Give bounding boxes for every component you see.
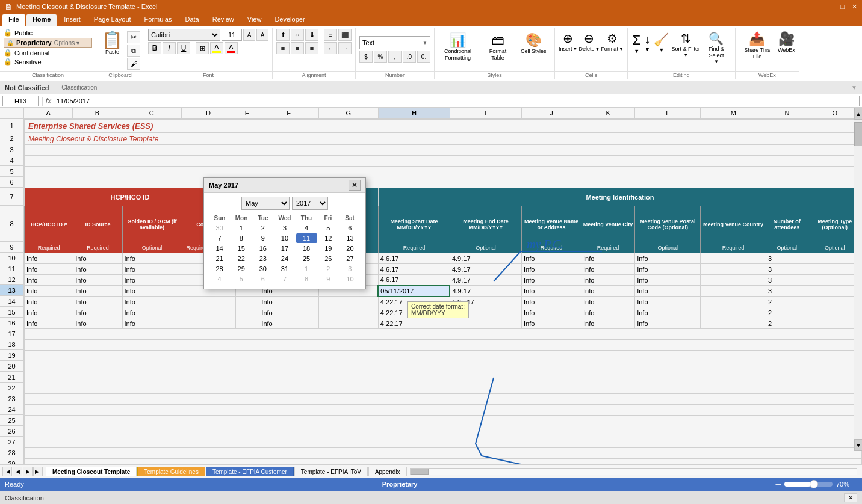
cal-day-25[interactable]: 25 xyxy=(296,254,317,263)
cal-day-12[interactable]: 12 xyxy=(318,233,339,243)
tab-view[interactable]: View xyxy=(241,14,268,26)
cal-day-26[interactable]: 26 xyxy=(318,254,339,263)
cal-day-5[interactable]: 5 xyxy=(318,223,339,233)
align-middle-btn[interactable]: ↔ xyxy=(291,29,304,41)
formula-input[interactable]: 11/05/2017 xyxy=(54,96,860,106)
classification-footer-close-btn[interactable]: ✕ xyxy=(844,493,857,502)
col-header-A[interactable]: A xyxy=(24,108,73,118)
cal-day-10[interactable]: 10 xyxy=(274,233,295,243)
cal-day-16[interactable]: 16 xyxy=(252,244,273,253)
cal-day-6-next[interactable]: 6 xyxy=(252,274,273,284)
sheet-nav-prev[interactable]: ◀ xyxy=(13,467,22,476)
calendar-month-select[interactable]: May xyxy=(241,197,290,210)
col-header-G[interactable]: G xyxy=(319,108,379,118)
row-header-25[interactable]: 25 xyxy=(0,415,23,426)
cal-day-29[interactable]: 29 xyxy=(231,264,252,274)
col-header-K[interactable]: K xyxy=(581,108,635,118)
row-header-10[interactable]: 10 xyxy=(0,253,23,263)
tab-review[interactable]: Review xyxy=(206,14,240,26)
vertical-scrollbar[interactable]: ▲ ▼ xyxy=(854,108,862,451)
tab-insert[interactable]: Insert xyxy=(58,14,87,26)
align-right-btn[interactable]: ≡ xyxy=(305,42,318,54)
row-header-28[interactable]: 28 xyxy=(0,447,23,458)
col-header-D[interactable]: D xyxy=(182,108,235,118)
sheet-tab-3[interactable]: Template - EFPIA Customer xyxy=(206,467,294,476)
cal-day-4[interactable]: 4 xyxy=(296,223,317,233)
cal-day-1[interactable]: 1 xyxy=(231,223,252,233)
cal-day-21[interactable]: 21 xyxy=(209,254,230,263)
row-header-29[interactable]: 29 xyxy=(0,458,23,464)
cal-day-8-next[interactable]: 8 xyxy=(296,274,317,284)
align-left-btn[interactable]: ≡ xyxy=(276,42,290,54)
sheet-tab-2[interactable]: Template Guidelines xyxy=(137,467,205,476)
cal-day-10-next[interactable]: 10 xyxy=(340,274,361,284)
tab-data[interactable]: Data xyxy=(179,14,205,26)
row-header-23[interactable]: 23 xyxy=(0,393,23,404)
tab-file[interactable]: File xyxy=(2,14,25,26)
name-box[interactable] xyxy=(2,96,39,106)
cal-day-15[interactable]: 15 xyxy=(231,244,252,253)
tab-developer[interactable]: Developer xyxy=(268,14,311,26)
accounting-btn[interactable]: $ xyxy=(359,51,373,63)
cal-day-30-prev[interactable]: 30 xyxy=(209,223,230,233)
row-header-6[interactable]: 6 xyxy=(0,177,23,188)
row-header-4[interactable]: 4 xyxy=(0,155,23,166)
row-header-3[interactable]: 3 xyxy=(0,144,23,155)
number-format-select[interactable]: Text ▼ xyxy=(359,36,430,49)
cal-day-22[interactable]: 22 xyxy=(231,254,252,263)
sort-filter-btn[interactable]: ⇅ Sort & Filter ▼ xyxy=(671,31,700,58)
row-header-21[interactable]: 21 xyxy=(0,372,23,383)
row-header-1[interactable]: 1 xyxy=(0,119,23,132)
row-header-16[interactable]: 16 xyxy=(0,318,23,328)
font-size-increase-btn[interactable]: A xyxy=(243,29,255,41)
tab-home[interactable]: Home xyxy=(26,14,57,26)
cal-day-20[interactable]: 20 xyxy=(340,244,361,253)
row-header-24[interactable]: 24 xyxy=(0,404,23,415)
cal-day-9-next[interactable]: 9 xyxy=(318,274,339,284)
cal-day-2[interactable]: 2 xyxy=(252,223,273,233)
row-header-20[interactable]: 20 xyxy=(0,361,23,372)
row-header-17[interactable]: 17 xyxy=(0,328,23,339)
cal-day-30[interactable]: 30 xyxy=(252,264,273,274)
insert-cells-btn[interactable]: ⊕ Insert▼ xyxy=(559,31,577,52)
sheet-tab-4[interactable]: Template - EFPIA iToV xyxy=(294,467,368,476)
sheet-nav-first[interactable]: |◀ xyxy=(2,467,12,476)
wrap-text-btn[interactable]: ≡ xyxy=(324,29,337,41)
format-painter-btn[interactable]: 🖌 xyxy=(127,58,140,70)
col-header-J[interactable]: J xyxy=(522,108,581,118)
cal-day-2-next[interactable]: 2 xyxy=(318,264,339,274)
underline-btn[interactable]: U xyxy=(177,42,190,54)
row-header-8[interactable]: 8 xyxy=(0,206,23,242)
comma-btn[interactable]: , xyxy=(388,51,402,63)
cal-day-3[interactable]: 3 xyxy=(274,223,295,233)
decimal-decrease-btn[interactable]: 0. xyxy=(417,51,430,63)
decimal-increase-btn[interactable]: .0 xyxy=(403,51,416,63)
cut-btn[interactable]: ✂ xyxy=(127,31,140,43)
indent-increase-btn[interactable]: → xyxy=(338,42,352,54)
cal-day-7[interactable]: 7 xyxy=(209,233,230,243)
align-center-btn[interactable]: ≡ xyxy=(291,42,304,54)
row-header-12[interactable]: 12 xyxy=(0,274,23,285)
cal-day-3-next[interactable]: 3 xyxy=(340,264,361,274)
cal-day-28[interactable]: 28 xyxy=(209,264,230,274)
cal-day-4-next[interactable]: 4 xyxy=(209,274,230,284)
public-btn[interactable]: 🔓 Public xyxy=(4,29,92,37)
calendar-close-btn[interactable]: ✕ xyxy=(349,180,361,191)
border-btn[interactable]: ⊞ xyxy=(196,42,209,54)
paste-btn[interactable]: 📋 Paste xyxy=(99,29,126,70)
col-header-M[interactable]: M xyxy=(701,108,766,118)
format-cells-btn[interactable]: ⚙ Format▼ xyxy=(601,31,623,52)
col-header-L[interactable]: L xyxy=(635,108,701,118)
sheet-tab-5[interactable]: Appendix xyxy=(368,467,407,476)
row-header-15[interactable]: 15 xyxy=(0,307,23,318)
cal-day-19[interactable]: 19 xyxy=(318,244,339,253)
col-header-N[interactable]: N xyxy=(766,108,808,118)
copy-btn[interactable]: ⧉ xyxy=(127,45,140,57)
row-header-2[interactable]: 2 xyxy=(0,132,23,144)
cal-day-8[interactable]: 8 xyxy=(231,233,252,243)
sheet-nav-next[interactable]: ▶ xyxy=(23,467,33,476)
tab-page-layout[interactable]: Page Layout xyxy=(88,14,137,26)
row-header-27[interactable]: 27 xyxy=(0,437,23,447)
autosum-btn[interactable]: Σ ▼ xyxy=(631,31,642,55)
percent-btn[interactable]: % xyxy=(374,51,387,63)
